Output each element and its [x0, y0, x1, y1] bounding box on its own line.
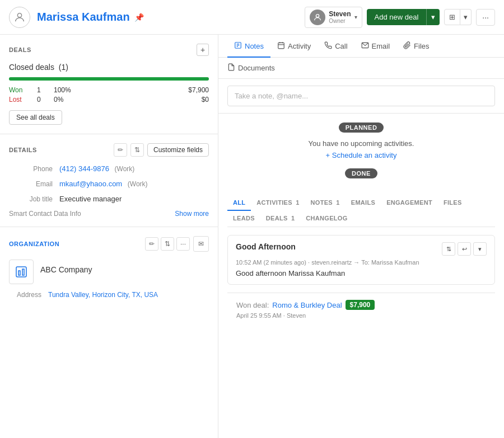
- tab-email[interactable]: Email: [354, 35, 397, 58]
- address-row: Address Tundra Valley, Horizon City, TX,…: [9, 291, 209, 299]
- job-title-value: Executive manager: [59, 195, 209, 203]
- schedule-activity-link[interactable]: + Schedule an activity: [326, 151, 397, 159]
- won-row: Won 1 100% $7,900: [9, 86, 209, 94]
- reorder-details-button[interactable]: ⇅: [130, 143, 144, 157]
- phone-link[interactable]: (412) 344-9876: [59, 164, 109, 173]
- contact-avatar: [9, 7, 30, 28]
- add-deal-group: Add new deal ▾: [367, 9, 440, 25]
- deals-progress-bar: [9, 77, 209, 81]
- details-title: DETAILS: [9, 147, 110, 153]
- won-deal-link[interactable]: Romo & Burkley Deal: [272, 301, 342, 309]
- see-all-deals-button[interactable]: See all deals: [9, 110, 62, 125]
- filter-tab-deals[interactable]: DEALS 1: [260, 211, 301, 227]
- email-reorder-button[interactable]: ⇅: [442, 242, 455, 256]
- primary-tabs: Notes Activity Call: [218, 35, 504, 58]
- notes-icon: [234, 41, 242, 51]
- grid-dropdown-button[interactable]: ▾: [460, 9, 472, 25]
- add-deal-small-button[interactable]: +: [197, 44, 209, 56]
- tab-documents-label: Documents: [238, 64, 275, 72]
- org-name: ABC Company: [40, 260, 92, 274]
- phone-value: (412) 344-9876 (Work): [59, 164, 209, 173]
- job-title-label: Job title: [9, 195, 59, 203]
- done-badge: DONE: [345, 168, 377, 178]
- activity-icon: [277, 41, 285, 51]
- filter-tabs: ALL ACTIVITIES 1 NOTES 1 EMAILS ENGAGEME…: [227, 195, 495, 227]
- filter-tab-notes[interactable]: NOTES 1: [305, 195, 346, 211]
- org-section: ORGANIZATION ✏ ⇅ ··· ✉: [0, 227, 218, 310]
- email-row: Email mkauf@yhaoo.com (Work): [9, 180, 209, 188]
- tab-documents[interactable]: Documents: [227, 58, 275, 78]
- svg-point-0: [17, 13, 21, 17]
- email-more-button[interactable]: ▾: [473, 242, 487, 256]
- filter-tab-activities[interactable]: ACTIVITIES 1: [251, 195, 305, 211]
- show-more-link[interactable]: Show more: [175, 210, 209, 218]
- header: Marissa Kaufman 📌 Steven Owner ▾ Add new…: [0, 0, 504, 35]
- lost-pct: 0%: [54, 96, 87, 103]
- grid-view-button[interactable]: ⊞: [444, 9, 460, 25]
- tab-files[interactable]: Files: [396, 35, 436, 58]
- more-org-button[interactable]: ···: [176, 237, 190, 251]
- email-card-meta: 10:52 AM (2 minutes ago) · steven.reinar…: [236, 259, 487, 266]
- deals-section-header: DEALS +: [9, 44, 209, 56]
- filter-tab-changelog[interactable]: CHANGELOG: [300, 211, 353, 227]
- more-options-button[interactable]: ···: [476, 9, 495, 26]
- svg-rect-9: [278, 43, 284, 49]
- deals-progress-fill: [9, 77, 209, 81]
- filter-tab-engagement[interactable]: ENGAGEMENT: [381, 195, 438, 211]
- filter-tab-leads[interactable]: LEADS: [227, 211, 260, 227]
- note-input[interactable]: Take a note, @name...: [227, 86, 495, 106]
- svg-rect-2: [16, 267, 26, 277]
- edit-org-button[interactable]: ✏: [145, 237, 158, 251]
- customize-fields-button[interactable]: Customize fields: [147, 143, 209, 157]
- deals-stats: Won 1 100% $7,900 Lost 0 0% $0: [9, 86, 209, 103]
- reorder-org-button[interactable]: ⇅: [161, 237, 174, 251]
- closed-deals-title: Closed deals (1): [9, 63, 209, 72]
- files-icon: [403, 41, 411, 51]
- add-deal-button[interactable]: Add new deal: [367, 9, 427, 25]
- email-card-header: Good Afternoon ⇅ ↩ ▾: [236, 242, 487, 256]
- lost-row: Lost 0 0% $0: [9, 96, 209, 103]
- email-card-controls: ⇅ ↩ ▾: [442, 242, 487, 256]
- email-card-body: Good afternoon Marissa Kaufman: [236, 269, 487, 277]
- won-amount: $7,900: [188, 86, 209, 94]
- won-label: Won: [9, 86, 37, 94]
- tab-notes[interactable]: Notes: [227, 35, 270, 58]
- filter-tab-all[interactable]: ALL: [227, 195, 251, 211]
- user-info: Steven Owner: [329, 10, 351, 24]
- details-section: DETAILS ✏ ⇅ Customize fields Phone (412)…: [0, 134, 218, 227]
- tab-files-label: Files: [414, 42, 429, 50]
- user-role: Owner: [329, 18, 351, 24]
- email-reply-button[interactable]: ↩: [458, 242, 471, 256]
- tab-activity[interactable]: Activity: [270, 35, 318, 58]
- address-label: Address: [9, 291, 48, 299]
- address-value[interactable]: Tundra Valley, Horizon City, TX, USA: [48, 291, 158, 299]
- phone-label: Phone: [9, 164, 59, 173]
- lost-count: 0: [37, 96, 54, 103]
- svg-rect-4: [22, 269, 24, 275]
- email-card-title: Good Afternoon: [236, 242, 296, 251]
- smart-contact-label: Smart Contact Data Info: [9, 210, 81, 218]
- org-actions: ✏ ⇅ ···: [145, 237, 190, 251]
- smart-contact-row: Smart Contact Data Info Show more: [9, 210, 209, 218]
- add-deal-dropdown-button[interactable]: ▾: [426, 9, 440, 25]
- tab-email-label: Email: [372, 42, 390, 50]
- details-header: DETAILS ✏ ⇅ Customize fields: [9, 143, 209, 157]
- user-selector[interactable]: Steven Owner ▾: [305, 7, 362, 28]
- won-deal-line: Won deal: Romo & Burkley Deal $7,900: [236, 300, 486, 310]
- tab-notes-label: Notes: [245, 42, 264, 50]
- planned-section: PLANNED You have no upcoming activities.…: [227, 123, 495, 159]
- email-link[interactable]: mkauf@yhaoo.com: [59, 180, 122, 188]
- main-content: DEALS + Closed deals (1) Won 1 100% $7,9…: [0, 35, 504, 438]
- edit-details-button[interactable]: ✏: [114, 143, 127, 157]
- org-title: ORGANIZATION: [9, 241, 145, 247]
- done-section: DONE: [227, 168, 495, 187]
- org-logo: [9, 260, 34, 284]
- tab-activity-label: Activity: [288, 42, 311, 50]
- tab-call[interactable]: Call: [318, 35, 354, 58]
- pin-icon[interactable]: 📌: [134, 13, 144, 22]
- filter-tab-emails[interactable]: EMAILS: [346, 195, 381, 211]
- org-email-button[interactable]: ✉: [193, 236, 209, 252]
- filter-tab-files[interactable]: FILES: [438, 195, 468, 211]
- view-toggle-group: ⊞ ▾: [444, 9, 472, 25]
- svg-point-1: [316, 14, 319, 17]
